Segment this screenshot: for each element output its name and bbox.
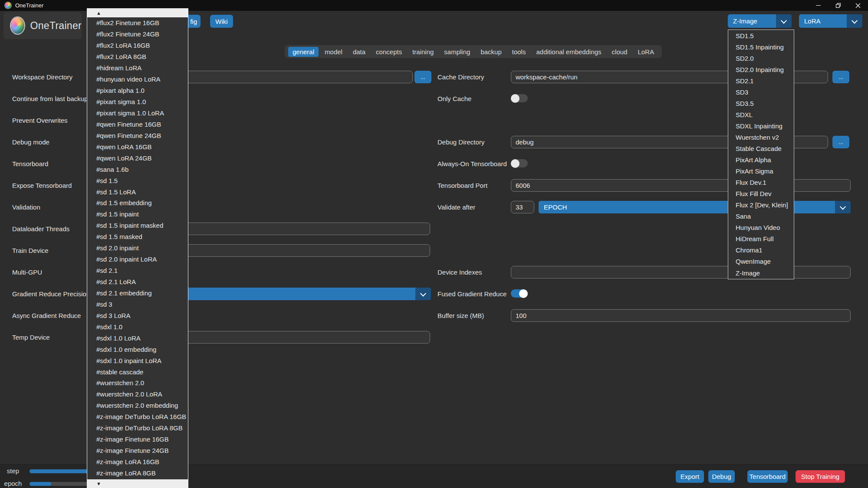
model-type-item[interactable]: Hunyuan Video bbox=[728, 222, 794, 233]
training-method-select-chevron[interactable] bbox=[847, 14, 862, 28]
preset-item[interactable]: #sd 3 LoRA bbox=[87, 310, 188, 321]
model-type-item[interactable]: Chroma1 bbox=[728, 245, 794, 256]
preset-item[interactable]: #qwen Finetune 16GB bbox=[87, 118, 188, 130]
preset-item[interactable]: #z-image DeTurbo LoRA 8GB bbox=[87, 422, 188, 434]
model-type-item[interactable]: Stable Cascade bbox=[728, 143, 794, 154]
fused-gradient-reduce-toggle[interactable] bbox=[511, 289, 528, 298]
preset-item[interactable]: #sdxl 1.0 bbox=[87, 321, 188, 332]
validate-after-unit-select[interactable]: EPOCH bbox=[539, 201, 851, 213]
tensorboard-port-input[interactable] bbox=[511, 179, 851, 192]
buffer-size-input[interactable] bbox=[511, 309, 851, 322]
preset-item[interactable]: #sd 1.5 inpaint masked bbox=[87, 220, 188, 231]
minimize-button[interactable] bbox=[808, 0, 828, 11]
model-type-item[interactable]: Flux Fill Dev bbox=[728, 188, 794, 200]
model-type-item[interactable]: SD3 bbox=[728, 86, 794, 98]
preset-item[interactable]: #sd 1.5 inpaint bbox=[87, 209, 188, 220]
preset-item[interactable]: #sd 1.5 bbox=[87, 175, 188, 186]
model-type-item[interactable]: Z-Image bbox=[728, 267, 794, 278]
model-type-item[interactable]: SD1.5 bbox=[728, 30, 794, 41]
tab-item[interactable]: additional embeddings bbox=[532, 47, 605, 57]
preset-item[interactable]: #sdxl 1.0 inpaint LoRA bbox=[87, 355, 188, 366]
tab-item[interactable]: cloud bbox=[608, 47, 632, 57]
preset-item[interactable]: #sd 2.0 inpaint bbox=[87, 242, 188, 254]
cache-directory-browse-button[interactable]: ... bbox=[832, 71, 849, 83]
tab-item[interactable]: backup bbox=[476, 47, 506, 57]
preset-item[interactable]: #sd 2.1 embedding bbox=[87, 288, 188, 299]
model-type-item[interactable]: SD3.5 bbox=[728, 98, 794, 109]
preset-item[interactable]: #flux2 Finetune 24GB bbox=[87, 29, 188, 40]
model-type-item[interactable]: Sana bbox=[728, 211, 794, 222]
preset-item[interactable]: #wuerstchen 2.0 LoRA bbox=[87, 389, 188, 400]
always-on-tensorboard-toggle[interactable] bbox=[511, 159, 528, 167]
preset-item[interactable]: #sana 1.6b bbox=[87, 164, 188, 175]
model-type-item[interactable]: QwenImage bbox=[728, 256, 794, 267]
model-type-item[interactable]: HiDream Full bbox=[728, 233, 794, 245]
only-cache-toggle[interactable] bbox=[511, 94, 528, 102]
tab-item[interactable]: general bbox=[288, 47, 319, 57]
model-type-item[interactable]: SDXL Inpainting bbox=[728, 120, 794, 131]
preset-item[interactable]: #z-image DeTurbo LoRA 16GB bbox=[87, 411, 188, 422]
preset-item[interactable]: #z-image Finetune 24GB bbox=[87, 445, 188, 456]
close-button[interactable] bbox=[848, 0, 868, 11]
preset-item[interactable]: #sd 1.5 masked bbox=[87, 231, 188, 242]
preset-item[interactable]: #sd 1.5 LoRA bbox=[87, 186, 188, 197]
tab-item[interactable]: concepts bbox=[372, 47, 406, 57]
preset-item[interactable]: #sdxl 1.0 LoRA bbox=[87, 332, 188, 344]
model-type-item[interactable]: PixArt Alpha bbox=[728, 154, 794, 166]
preset-item[interactable]: #wuerstchen 2.0 embedding bbox=[87, 400, 188, 411]
preset-item[interactable]: #sdxl 1.0 embedding bbox=[87, 344, 188, 355]
preset-item[interactable]: #flux2 LoRA 8GB bbox=[87, 51, 188, 62]
preset-item[interactable]: #sd 2.0 inpaint LoRA bbox=[87, 254, 188, 265]
model-type-item[interactable]: Wuerstchen v2 bbox=[728, 131, 794, 143]
preset-item[interactable]: #sd 3 bbox=[87, 298, 188, 310]
preset-item[interactable]: #flux2 Finetune 16GB bbox=[87, 17, 188, 29]
model-type-item[interactable]: SDXL bbox=[728, 109, 794, 120]
preset-item[interactable]: #pixart sigma 1.0 bbox=[87, 96, 188, 108]
model-type-item[interactable]: Flux 2 [Dev, Klein] bbox=[728, 200, 794, 211]
tab-item[interactable]: tools bbox=[508, 47, 530, 57]
validate-after-unit-chevron[interactable] bbox=[835, 201, 851, 213]
preset-item[interactable]: #flux2 LoRA 16GB bbox=[87, 40, 188, 51]
model-type-select[interactable]: Z-Image bbox=[728, 14, 792, 28]
preset-item[interactable]: #pixart sigma 1.0 LoRA bbox=[87, 108, 188, 119]
model-type-item[interactable]: SD1.5 Inpainting bbox=[728, 41, 794, 52]
tab-item[interactable]: sampling bbox=[440, 47, 474, 57]
model-type-item[interactable]: SD2.0 bbox=[728, 52, 794, 64]
model-type-select-chevron[interactable] bbox=[776, 14, 792, 28]
wiki-button[interactable]: Wiki bbox=[210, 15, 233, 28]
preset-item[interactable]: #wuerstchen 2.0 bbox=[87, 377, 188, 389]
training-method-select[interactable]: LoRA bbox=[799, 14, 862, 28]
preset-item[interactable]: #sd 2.1 LoRA bbox=[87, 276, 188, 288]
tab-item[interactable]: training bbox=[408, 47, 438, 57]
preset-item[interactable]: #qwen LoRA 16GB bbox=[87, 141, 188, 152]
validate-after-input[interactable] bbox=[511, 201, 534, 213]
export-button[interactable]: Export bbox=[676, 470, 704, 483]
preset-item[interactable]: #pixart alpha 1.0 bbox=[87, 85, 188, 96]
tab-item[interactable]: data bbox=[349, 47, 370, 57]
tab-item[interactable]: LoRA bbox=[633, 47, 658, 57]
scroll-down-row[interactable]: ▼ bbox=[87, 479, 188, 488]
stop-training-button[interactable]: Stop Training bbox=[796, 470, 845, 483]
preset-item[interactable]: #qwen LoRA 24GB bbox=[87, 152, 188, 164]
preset-item[interactable]: #sd 2.1 bbox=[87, 265, 188, 276]
restore-button[interactable] bbox=[828, 0, 848, 11]
preset-item[interactable]: #hunyuan video LoRA bbox=[87, 74, 188, 85]
preset-item[interactable]: #qwen Finetune 24GB bbox=[87, 130, 188, 141]
scroll-up-row[interactable]: ▲ bbox=[87, 9, 188, 17]
debug-directory-browse-button[interactable]: ... bbox=[832, 136, 849, 148]
model-type-item[interactable]: SD2.1 bbox=[728, 75, 794, 86]
model-type-item[interactable]: PixArt Sigma bbox=[728, 166, 794, 177]
debug-button[interactable]: Debug bbox=[708, 470, 735, 483]
preset-item[interactable]: #z-image LoRA 16GB bbox=[87, 456, 188, 468]
preset-item[interactable]: #z-image LoRA 8GB bbox=[87, 468, 188, 479]
model-type-item[interactable]: Flux Dev.1 bbox=[728, 177, 794, 188]
workspace-directory-browse-button[interactable]: ... bbox=[414, 71, 431, 83]
tab-item[interactable]: model bbox=[320, 47, 347, 57]
preset-item[interactable]: #sd 1.5 embedding bbox=[87, 197, 188, 209]
preset-item[interactable]: #z-image Finetune 16GB bbox=[87, 434, 188, 445]
preset-item[interactable]: #hidream LoRA bbox=[87, 62, 188, 74]
gradient-reduce-precision-chevron[interactable] bbox=[415, 288, 431, 300]
model-type-item[interactable]: SD2.0 Inpainting bbox=[728, 64, 794, 75]
tensorboard-button[interactable]: Tensorboard bbox=[747, 470, 788, 483]
device-indexes-input[interactable] bbox=[511, 266, 851, 278]
